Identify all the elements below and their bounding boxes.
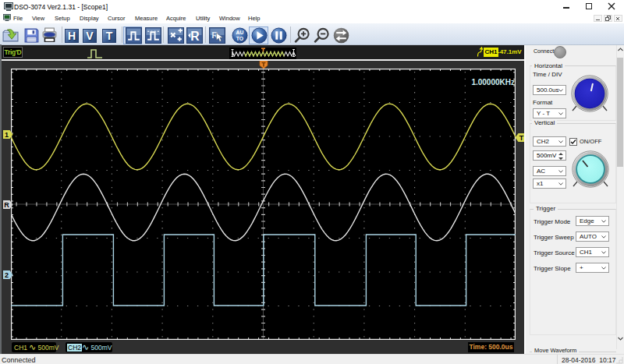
svg-text:TO: TO (236, 36, 244, 41)
svg-text:R: R (190, 30, 200, 43)
svg-text:1.00000KHz: 1.00000KHz (471, 78, 515, 87)
svg-text:R: R (4, 201, 9, 209)
svg-text:T: T (519, 134, 524, 142)
svg-text:1: 1 (5, 131, 9, 139)
svg-text:2: 2 (5, 271, 9, 279)
svg-text:AU: AU (236, 30, 244, 35)
